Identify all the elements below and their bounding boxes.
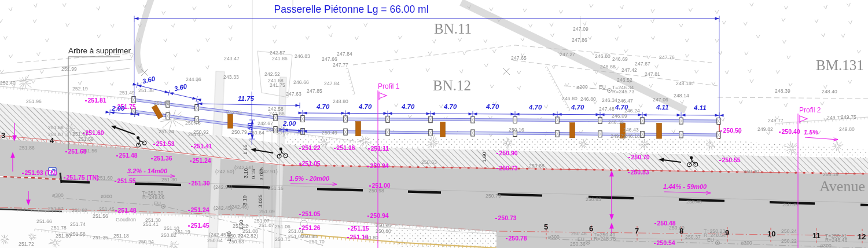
plan-canvas: 251.99252.40252.19251.96251.49251.38244.… [0, 0, 868, 248]
project-elevation-label: 250.73 [495, 215, 517, 221]
elevation-label: 250.80 [376, 229, 391, 234]
elevation-label: 251.86 [19, 145, 35, 151]
project-elevation-label: 250.90 [496, 150, 518, 156]
dimension-label: 4.70 [359, 104, 372, 111]
elevation-label: 250.68 [529, 163, 545, 169]
elevation-label: 250.92 [193, 130, 209, 135]
elevation-label: 249.80 [839, 127, 855, 132]
project-elevation-label: 250.40 [779, 129, 800, 135]
station-number: 9 [725, 229, 729, 236]
elevation-label: ø300 [548, 235, 560, 240]
elevation-label: 244.36 [186, 77, 201, 82]
elevation-label: 250.46 [571, 231, 587, 236]
elevation-label: 251.07 [259, 223, 274, 228]
project-elevation-label: 251.05 [299, 211, 321, 217]
slope-label: 1.5% [804, 129, 818, 136]
elevation-label: R=248.46 [825, 238, 847, 243]
profile-label: Profil 2 [799, 106, 821, 114]
zone-label: BN.12 [433, 78, 471, 94]
elevation-label: 251.99 [61, 67, 77, 72]
elevation-label: 248.40 [822, 89, 837, 94]
elevation-label: 247.81 [645, 72, 660, 77]
dimension-label: 3.025 [258, 195, 263, 208]
elevation-label: 252.19 [72, 86, 88, 92]
elevation-label: 250.36 [570, 242, 586, 247]
elevation-label: 248.80 [333, 99, 348, 104]
project-elevation-label: 251.24 [190, 158, 211, 164]
elevation-label: 251.68 [48, 125, 64, 130]
elevation-label: (242.94) [214, 185, 233, 190]
elevation-label: 247.27 [560, 52, 575, 57]
station-number: 7 [635, 227, 639, 235]
dimension-label: 1.40 [227, 231, 232, 242]
elevation-label: (242.50) [215, 169, 234, 174]
dimension-label: 1.60 [239, 220, 244, 230]
elevation-label: 242.57 [270, 50, 285, 56]
dimension-label: 4.70 [615, 104, 628, 111]
elevation-label: 250.46 [686, 199, 702, 205]
dimension-label: 2.00 [112, 105, 124, 112]
dimension-label: 3.10 [242, 195, 248, 206]
elevation-label: EU [154, 201, 161, 206]
elevation-label: 247.65 [511, 56, 527, 61]
elevation-label: 251.18 [113, 234, 129, 239]
project-elevation-label: 250.78 [506, 235, 527, 242]
elevation-label: 247.76 [659, 55, 675, 60]
project-elevation-label: 250.94 [367, 213, 389, 219]
tree-removal-callout: Arbre à supprimer [68, 46, 131, 55]
elevation-label: 251.67 [48, 206, 64, 211]
elevation-label: 250.63 [586, 197, 601, 202]
elevation-label: (242.45) [209, 232, 228, 238]
elevation-label: 241.75 [270, 83, 285, 88]
elevation-label: 247.84 [337, 52, 352, 57]
elevation-label: 246.47 [617, 99, 633, 104]
dimension-label: 4.11 [656, 104, 669, 111]
project-elevation-label: 251.41 [191, 143, 212, 149]
elevation-label: 251.49 [119, 90, 135, 96]
project-elevation-label: 251.75 (TN) [64, 174, 99, 181]
station-number: 4 [50, 137, 54, 144]
elevation-label: 251.96 [26, 99, 42, 104]
elevation-label: 250.65 [266, 127, 282, 133]
elevation-label: 246.83 [295, 54, 310, 59]
elevation-label: 251.80 [56, 234, 71, 239]
elevation-label: 246.52 [617, 78, 632, 83]
elevation-label: 250.39 [782, 202, 798, 207]
elevation-label: 251.62 [72, 208, 87, 213]
elevation-label: 249.72 [610, 134, 626, 139]
project-elevation-label: 250,50 [720, 127, 742, 134]
station-number: 6 [589, 225, 593, 232]
project-elevation-label: 251.30 [189, 180, 210, 187]
dimension-label: 4.70 [444, 104, 457, 111]
zone-label: BN.11 [434, 21, 472, 37]
elevation-label: 249.82 [757, 127, 773, 132]
elevation-label: 242.52 [264, 72, 280, 77]
dimension-label: 4.70 [486, 104, 499, 111]
elevation-label: ø300 [52, 193, 64, 198]
station-number: 11 [812, 232, 821, 239]
elevation-label: 249.77 [768, 118, 784, 123]
elevation-label: 246.80 [562, 96, 578, 101]
project-elevation-label: 251.15 [348, 225, 369, 232]
dimension-label: 4.70 [317, 104, 329, 111]
station-number: 8 [679, 227, 683, 235]
dimension-label: 4.70 [529, 104, 542, 111]
project-elevation-label: 251.11 [368, 145, 389, 152]
elevation-label: 248.15 [676, 81, 692, 86]
dimension-label: 1.50 [247, 123, 254, 136]
elevation-label: 251.24 [159, 129, 174, 134]
project-elevation-label: 251.60 [83, 130, 104, 136]
bridge-length-title: Passerelle Piétonne Lg = 66.00 ml [274, 3, 428, 16]
project-elevation-label: 251.48 [116, 152, 138, 159]
project-elevation-label: 251.68 [65, 148, 87, 155]
project-elevation-label: 250.48 [654, 220, 676, 227]
elevation-label: 246.34 [602, 98, 617, 103]
project-elevation-label: 251.00 [369, 183, 391, 189]
dimension-label: 3.10 [244, 168, 249, 178]
elevation-label: 246.66 [293, 80, 309, 85]
elevation-label: ø300 [741, 240, 752, 246]
elevation-label: 246.43 [623, 127, 639, 133]
elevation-label: 246.80 [580, 97, 596, 102]
elevation-label: 246.69 [612, 57, 628, 62]
elevation-label: 250.70 [309, 239, 325, 245]
